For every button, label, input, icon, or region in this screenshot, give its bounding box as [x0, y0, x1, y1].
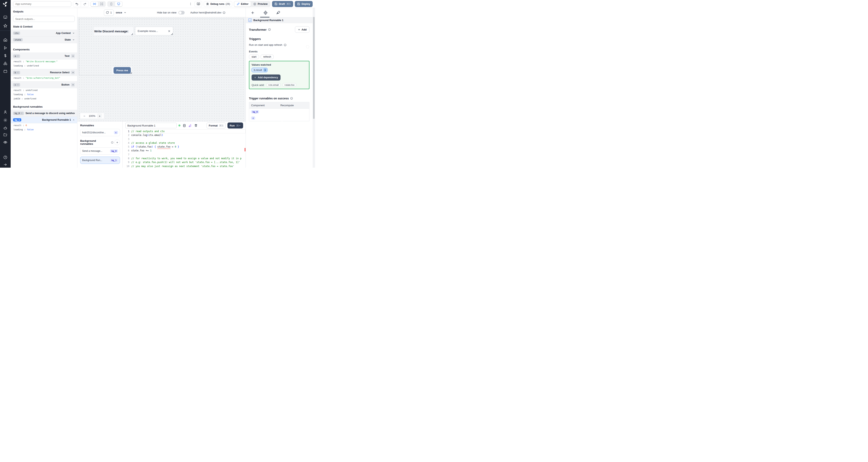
output-row-ctx[interactable]: ctx App Context [11, 30, 77, 37]
format-button[interactable]: Format ⌘S [207, 123, 226, 129]
resource-select-value: Example resou... [137, 30, 166, 33]
output-row-component-a[interactable]: a☝ Text [11, 53, 77, 59]
zoom-out-button[interactable]: − [82, 113, 87, 118]
tab-editor[interactable]: Editor [234, 1, 251, 7]
home-icon[interactable] [3, 38, 7, 42]
redo-button[interactable] [81, 1, 89, 7]
outputs-panel: Outputs State & Context ctx App Context … [11, 8, 78, 168]
resize-handle[interactable] [130, 72, 132, 74]
info-icon[interactable] [223, 11, 225, 14]
chevron-down-icon[interactable] [72, 32, 75, 34]
more-menu-button[interactable] [188, 1, 193, 7]
hide-bar-toggle[interactable] [179, 11, 185, 14]
run-button[interactable]: Run ⌘↵ [227, 123, 243, 129]
values-watched-label: Values watched [252, 63, 307, 66]
full-width-button[interactable] [98, 2, 105, 6]
chevron-down-icon[interactable] [72, 38, 75, 41]
info-icon[interactable] [268, 28, 271, 31]
delete-trash-icon[interactable] [194, 124, 198, 128]
variables-dollar-icon[interactable] [3, 54, 7, 58]
output-row-bg1-selected[interactable]: bg_1 Background Runnable 1 [11, 117, 77, 123]
schedules-calendar-icon[interactable] [3, 69, 7, 73]
collapse-chevron-up-icon[interactable] [71, 71, 75, 74]
docs-book-button[interactable] [194, 1, 202, 7]
runnable-card-hub[interactable]: hub/1511/discord/se... c [80, 129, 120, 136]
search-outputs-input[interactable] [13, 16, 75, 22]
desktop-view-button[interactable] [115, 2, 122, 6]
refresh-count-button[interactable]: 1 [104, 9, 114, 16]
collapse-chevron-up-icon[interactable] [71, 54, 75, 58]
scrollbar-thumb[interactable] [313, 17, 315, 119]
info-icon[interactable] [290, 97, 293, 100]
add-transformer-button[interactable]: Add [295, 26, 309, 33]
code-lines[interactable]: // read outputs and ctxconsole.log(ctx.e… [131, 130, 246, 168]
cache-database-icon[interactable] [182, 124, 186, 128]
collapse-chevron-up-icon[interactable] [72, 119, 75, 121]
app-summary-input[interactable] [13, 1, 71, 7]
info-icon[interactable] [284, 43, 286, 46]
output-kv-row[interactable]: loading:false [11, 128, 77, 132]
info-icon[interactable] [111, 141, 114, 144]
run-frequency-dropdown[interactable]: once [116, 11, 126, 14]
output-row-state[interactable]: state State [11, 37, 77, 43]
runnable-card-bg0[interactable]: Send a message... bg_0 [80, 147, 120, 155]
ai-wand-icon[interactable] [188, 124, 192, 128]
page-scrollbar[interactable] [313, 8, 315, 168]
output-kv-row[interactable]: result:6 [11, 123, 77, 128]
mobile-view-button[interactable] [108, 2, 115, 6]
workers-robot-icon[interactable] [3, 126, 7, 130]
deploy-button[interactable]: Deploy [295, 1, 313, 7]
refresh-icon [106, 11, 109, 14]
app-canvas[interactable]: Write Discord message: Example resou... … [78, 17, 246, 121]
code-area[interactable]: 12345678910 // read outputs and ctxconso… [123, 130, 246, 168]
output-kv-row[interactable]: result:"$res:u/henri/testing_bot" [11, 76, 77, 80]
output-row-component-b[interactable]: b☝ Resource Select [11, 69, 77, 76]
bg0-card-badge: bg_0 [110, 150, 118, 153]
text-component-value: Write Discord message: [94, 30, 129, 33]
windmill-logo-icon[interactable] [3, 1, 8, 7]
event-chip-refresh[interactable]: refresh [260, 55, 274, 59]
center-layout-button[interactable] [91, 2, 98, 6]
event-chip-start[interactable]: start [249, 55, 259, 59]
quick-add-ctx-email[interactable]: +ctx.email [266, 83, 281, 87]
add-background-runnable-button[interactable] [114, 139, 120, 145]
watched-value-chip[interactable]: b.result [252, 68, 268, 72]
collapse-chevron-up-icon[interactable] [71, 83, 75, 87]
press-me-button[interactable]: Press me [114, 67, 131, 74]
output-kv-row[interactable]: loading:false [11, 92, 77, 97]
draft-button[interactable]: Draft ⌘S [272, 1, 293, 7]
folders-icon[interactable] [3, 133, 7, 137]
add-dependency-button[interactable]: Add dependency [252, 74, 280, 80]
output-kv-row[interactable]: result:undefined [11, 88, 77, 92]
resources-cubes-icon[interactable] [3, 61, 7, 66]
canvas-resource-select[interactable]: Example resou... [135, 27, 173, 35]
runnable-name-input[interactable] [125, 123, 177, 128]
zoom-in-button[interactable]: + [97, 113, 102, 118]
help-icon[interactable] [3, 155, 7, 159]
runs-play-icon[interactable] [3, 46, 7, 50]
resize-handle[interactable] [131, 33, 133, 35]
audit-eye-icon[interactable] [3, 140, 7, 144]
undo-button[interactable] [73, 1, 81, 7]
canvas-text-component[interactable]: Write Discord message: [94, 27, 133, 35]
clear-x-icon[interactable] [168, 30, 170, 33]
favorites-star-icon[interactable] [3, 24, 7, 28]
apps-icon[interactable] [3, 15, 7, 19]
output-row-bg0[interactable]: bg_0☝ Send a message to discord using we… [11, 110, 77, 117]
tab-styling-brush[interactable] [276, 8, 281, 17]
output-row-component-c[interactable]: c☝ Button [11, 81, 77, 88]
tab-insert-component[interactable] [250, 8, 255, 17]
tab-component-settings[interactable] [263, 8, 268, 17]
output-kv-row[interactable]: jobId:undefined [11, 97, 77, 101]
tab-preview[interactable]: Preview [251, 1, 270, 7]
runnable-card-bg1-selected[interactable]: Background Run... bg_1 [80, 157, 120, 164]
collapse-rail-arrow-icon[interactable] [3, 163, 7, 167]
users-icon[interactable] [3, 110, 7, 114]
output-kv-row[interactable]: loading:undefined [11, 64, 77, 68]
remove-dependency-x-icon[interactable] [264, 68, 267, 72]
settings-gear-icon[interactable] [3, 118, 7, 122]
quick-add-state-foo[interactable]: +state.foo [282, 83, 297, 87]
output-kv-row[interactable]: result:"Write Discord message:" [11, 59, 77, 64]
debug-runs-button[interactable]: Debug runs (26) [204, 1, 232, 7]
resize-handle[interactable] [171, 33, 173, 35]
